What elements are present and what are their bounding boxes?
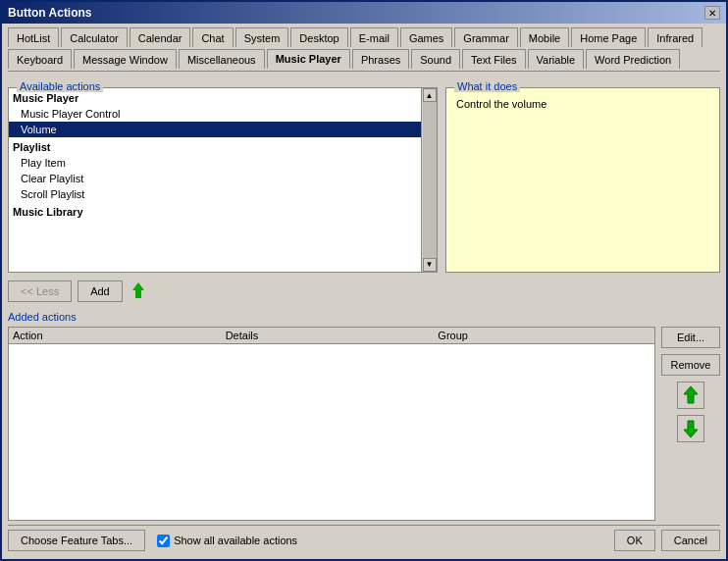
tab-chat[interactable]: Chat xyxy=(192,27,233,47)
action-item-music-player-control[interactable]: Music Player Control xyxy=(9,106,421,122)
scroll-down-button[interactable]: ▼ xyxy=(423,258,437,272)
tab-keyboard[interactable]: Keyboard xyxy=(8,49,72,69)
group-header-playlist: Playlist xyxy=(9,137,421,155)
tab-variable[interactable]: Variable xyxy=(528,49,585,69)
less-button[interactable]: << Less xyxy=(8,280,72,302)
panels-area: Available actions Music PlayerMusic Play… xyxy=(8,77,720,273)
scroll-up-button[interactable]: ▲ xyxy=(423,88,437,102)
tab-grammar[interactable]: Grammar xyxy=(454,27,517,47)
what-it-does-panel: What it does Control the volume xyxy=(445,87,720,273)
show-all-label: Show all available actions xyxy=(174,535,297,546)
tab-miscellaneous[interactable]: Miscellaneous xyxy=(179,49,265,69)
tab-calendar[interactable]: Calendar xyxy=(130,27,191,47)
bottom-right: OK Cancel xyxy=(614,530,720,551)
what-it-does-text: Control the volume xyxy=(452,94,713,114)
close-button[interactable]: ✕ xyxy=(704,6,720,20)
tab-system[interactable]: System xyxy=(235,27,289,47)
add-button[interactable]: Add xyxy=(78,280,123,302)
action-item-volume[interactable]: Volume xyxy=(9,122,421,137)
content-area: HotListCalculatorCalendarChatSystemDeskt… xyxy=(2,24,726,559)
main-window: Button Actions ✕ HotListCalculatorCalend… xyxy=(0,0,728,561)
tab-e-mail[interactable]: E-mail xyxy=(350,27,398,47)
table-body xyxy=(9,344,654,521)
tab-music-player[interactable]: Music Player xyxy=(267,49,350,69)
group-header-music-library: Music Library xyxy=(9,202,421,220)
added-actions-label: Added actions xyxy=(8,311,720,323)
what-it-does-label: What it does xyxy=(454,80,520,92)
svg-marker-2 xyxy=(684,421,698,437)
tab-desktop[interactable]: Desktop xyxy=(290,27,347,47)
action-item-clear-playlist[interactable]: Clear Playlist xyxy=(9,171,421,186)
tab-infrared[interactable]: Infrared xyxy=(648,27,702,47)
tab-hotlist[interactable]: HotList xyxy=(8,27,59,47)
action-buttons-row: << Less Add xyxy=(8,273,720,311)
col-group: Group xyxy=(438,330,650,341)
tab-sound[interactable]: Sound xyxy=(411,49,460,69)
vertical-scrollbar[interactable]: ▲ ▼ xyxy=(421,88,437,272)
actions-list[interactable]: Music PlayerMusic Player ControlVolumePl… xyxy=(9,88,421,272)
svg-marker-1 xyxy=(684,386,698,403)
tab-message-window[interactable]: Message Window xyxy=(74,49,177,69)
added-actions-area: Action Details Group Edit... Remove xyxy=(8,327,720,522)
available-actions-panel: Available actions Music PlayerMusic Play… xyxy=(8,87,438,273)
scrollbar-area: Music PlayerMusic Player ControlVolumePl… xyxy=(9,88,437,272)
title-bar: Button Actions ✕ xyxy=(2,2,726,24)
tab-word-prediction[interactable]: Word Prediction xyxy=(586,49,680,69)
col-details: Details xyxy=(226,330,439,341)
tab-home-page[interactable]: Home Page xyxy=(571,27,646,47)
bottom-bar: Choose Feature Tabs... Show all availabl… xyxy=(8,525,720,555)
tab-text-files[interactable]: Text Files xyxy=(462,49,525,69)
choose-tabs-button[interactable]: Choose Feature Tabs... xyxy=(8,530,145,551)
show-all-checkbox[interactable] xyxy=(157,535,170,547)
action-item-play-item[interactable]: Play Item xyxy=(9,155,421,171)
side-buttons: Edit... Remove xyxy=(661,327,720,522)
down-arrow-icon xyxy=(129,279,148,305)
edit-button[interactable]: Edit... xyxy=(661,327,720,348)
tab-calculator[interactable]: Calculator xyxy=(61,27,128,47)
available-actions-label: Available actions xyxy=(17,80,103,92)
show-all-checkbox-label[interactable]: Show all available actions xyxy=(157,535,297,547)
remove-button[interactable]: Remove xyxy=(661,354,720,376)
tab-row-1: HotListCalculatorCalendarChatSystemDeskt… xyxy=(8,27,720,49)
tab-phrases[interactable]: Phrases xyxy=(352,49,409,69)
col-action: Action xyxy=(13,330,226,341)
tab-row-2: KeyboardMessage WindowMiscellaneousMusic… xyxy=(8,49,720,71)
move-up-button[interactable] xyxy=(677,382,704,409)
tab-mobile[interactable]: Mobile xyxy=(520,27,569,47)
tab-games[interactable]: Games xyxy=(400,27,452,47)
scroll-track[interactable] xyxy=(423,102,437,258)
window-title: Button Actions xyxy=(8,6,92,20)
svg-marker-0 xyxy=(132,282,144,298)
action-item-scroll-playlist[interactable]: Scroll Playlist xyxy=(9,186,421,202)
ok-button[interactable]: OK xyxy=(614,530,655,551)
table-header: Action Details Group xyxy=(9,328,654,344)
cancel-button[interactable]: Cancel xyxy=(661,530,720,551)
bottom-left: Choose Feature Tabs... Show all availabl… xyxy=(8,530,297,551)
added-actions-table: Action Details Group xyxy=(8,327,655,522)
move-down-button[interactable] xyxy=(677,415,704,442)
